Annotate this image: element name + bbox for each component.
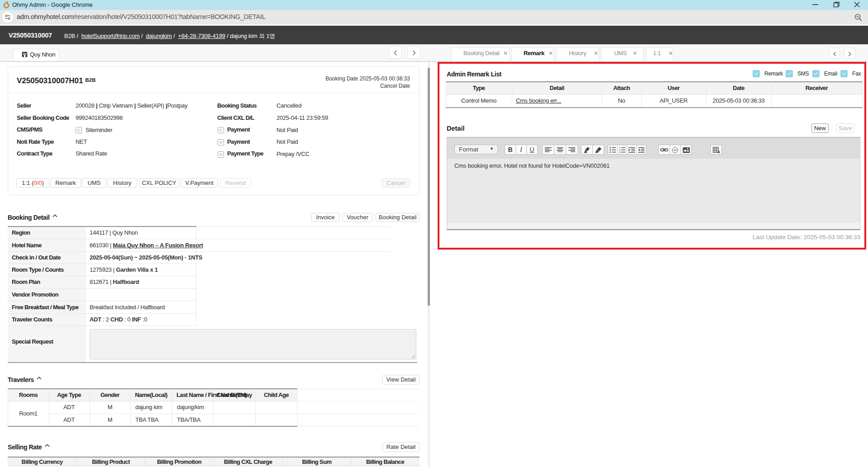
svg-text:3: 3	[619, 151, 620, 153]
